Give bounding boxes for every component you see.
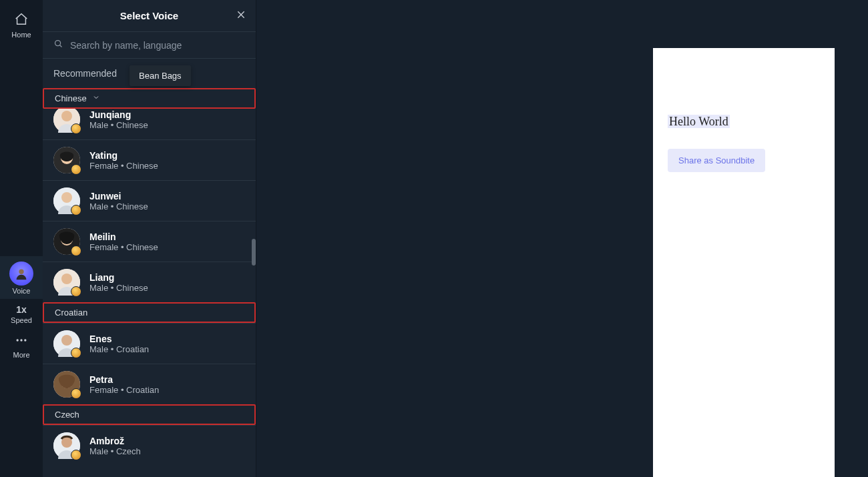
- premium-badge-icon: [71, 123, 81, 134]
- rail-voice-label: Voice: [13, 287, 31, 295]
- voice-meta: Male • Chinese: [89, 120, 148, 130]
- canvas-area: Hello World Share as Soundbite: [256, 0, 868, 477]
- premium-badge-icon: [71, 205, 81, 215]
- voice-row-meilin[interactable]: Meilin Female • Chinese: [43, 221, 256, 262]
- svg-point-0: [19, 270, 23, 274]
- svg-point-16: [61, 335, 72, 346]
- voice-row-enes[interactable]: Enes Male • Croatian: [43, 323, 256, 364]
- group-label: Czech: [55, 410, 79, 420]
- svg-point-4: [55, 41, 61, 46]
- group-label: Chinese: [55, 93, 87, 103]
- svg-point-1: [17, 339, 19, 341]
- group-header-czech[interactable]: Czech: [43, 404, 256, 425]
- avatar: [53, 109, 80, 133]
- left-rail: Home Voice 1x Speed More: [0, 0, 43, 477]
- home-icon: [14, 12, 29, 29]
- voice-meta: Female • Croatian: [89, 385, 159, 395]
- scrollbar-thumb[interactable]: [252, 239, 256, 266]
- voice-meta: Male • Chinese: [89, 201, 148, 211]
- rail-speed[interactable]: 1x Speed: [0, 299, 43, 328]
- voice-name: Yating: [89, 150, 158, 161]
- tab-recommended[interactable]: Recommended: [53, 68, 117, 79]
- avatar: [53, 187, 80, 214]
- panel-header: Select Voice: [43, 0, 256, 32]
- premium-badge-icon: [71, 348, 81, 358]
- share-soundbite-button[interactable]: Share as Soundbite: [668, 149, 765, 172]
- svg-point-6: [61, 111, 72, 121]
- close-panel-button[interactable]: [236, 9, 246, 23]
- voice-name: Enes: [89, 334, 149, 344]
- group-header-croatian[interactable]: Croatian: [43, 302, 256, 323]
- rail-home[interactable]: Home: [0, 7, 43, 43]
- voice-name: Ambrož: [89, 436, 141, 446]
- search-icon: [53, 39, 63, 51]
- search-input[interactable]: [70, 40, 245, 51]
- voice-list: Chinese Junqiang Male • Chinese: [43, 88, 256, 477]
- voice-meta: Male • Czech: [89, 446, 141, 456]
- tooltip-text: Bean Bags: [139, 71, 182, 81]
- svg-point-3: [24, 339, 26, 341]
- avatar: [53, 228, 80, 255]
- voice-name: Petra: [89, 374, 159, 385]
- voice-name: Liang: [89, 272, 148, 283]
- voice-row-liang[interactable]: Liang Male • Chinese: [43, 262, 256, 302]
- rail-more[interactable]: More: [0, 328, 43, 363]
- voice-avatar-icon: [9, 262, 33, 286]
- avatar: [53, 330, 80, 357]
- svg-point-14: [61, 274, 72, 284]
- voice-name: Junqiang: [89, 109, 148, 120]
- voice-meta: Female • Chinese: [89, 161, 158, 171]
- voice-name: Junwei: [89, 191, 148, 201]
- svg-point-10: [61, 192, 72, 203]
- rail-speed-label: Speed: [11, 316, 32, 324]
- voice-meta: Male • Croatian: [89, 344, 149, 354]
- rail-more-label: More: [13, 351, 29, 359]
- panel-title: Select Voice: [120, 10, 178, 21]
- document-text[interactable]: Hello World: [668, 115, 730, 128]
- premium-badge-icon: [71, 388, 81, 399]
- group-header-chinese[interactable]: Chinese: [43, 88, 256, 109]
- group-label: Croatian: [55, 308, 87, 318]
- tooltip: Bean Bags: [130, 65, 191, 86]
- premium-badge-icon: [71, 286, 81, 297]
- voice-name: Meilin: [89, 231, 158, 242]
- voice-meta: Female • Chinese: [89, 242, 158, 252]
- rail-home-label: Home: [11, 31, 31, 39]
- avatar: [53, 147, 80, 173]
- voice-row-petra[interactable]: Petra Female • Croatian: [43, 364, 256, 404]
- voice-row-junqiang[interactable]: Junqiang Male • Chinese: [43, 109, 159, 139]
- premium-badge-icon: [71, 450, 81, 460]
- avatar: [53, 269, 80, 296]
- voice-row-junwei[interactable]: Junwei Male • Chinese: [43, 180, 256, 221]
- avatar: [53, 371, 80, 398]
- rail-voice[interactable]: Voice: [0, 256, 43, 299]
- voice-row-yating[interactable]: Yating Female • Chinese: [43, 139, 256, 180]
- premium-badge-icon: [71, 164, 81, 175]
- document-page[interactable]: Hello World Share as Soundbite: [653, 48, 835, 477]
- premium-badge-icon: [71, 246, 81, 256]
- voice-row-ambroz[interactable]: Ambrož Male • Czech: [43, 425, 256, 466]
- search-row: [43, 32, 256, 59]
- avatar: [53, 432, 80, 459]
- speed-value: 1x: [16, 304, 27, 315]
- chevron-down-icon: [92, 93, 100, 103]
- svg-point-2: [20, 339, 22, 341]
- more-icon: [15, 334, 28, 350]
- voice-meta: Male • Chinese: [89, 283, 148, 293]
